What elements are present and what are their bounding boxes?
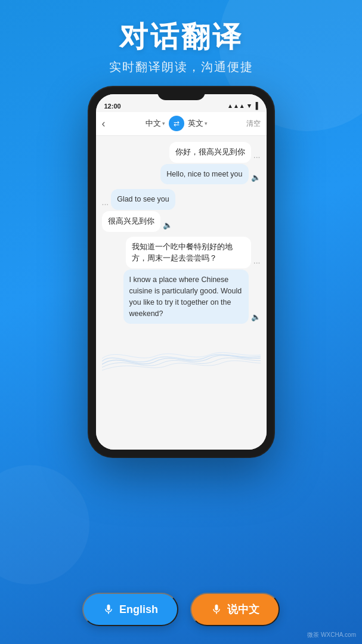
signal-icon: ▲▲▲	[227, 103, 245, 109]
language-selector: 中文 ▾ ⇄ 英文 ▾	[110, 116, 243, 131]
nav-bar: ‹ 中文 ▾ ⇄ 英文 ▾ 清空	[96, 112, 267, 136]
swap-button[interactable]: ⇄	[169, 116, 184, 131]
english-button-label: English	[119, 603, 158, 616]
msg2-translation-text: 很高兴见到你	[108, 217, 154, 225]
clear-button[interactable]: 清空	[246, 119, 261, 129]
msg3-speaker-icon[interactable]: 🔈	[251, 312, 261, 321]
msg3-original-bubble: 我知道一个吃中餐特别好的地方，周末一起去尝尝吗？	[126, 237, 251, 269]
phone-wrapper: 12:00 ▲▲▲ ▾ ▐ ‹ 中文 ▾ ⇄	[0, 87, 362, 457]
battery-icon: ▐	[253, 102, 258, 109]
msg2-translation-row: 很高兴见到你 🔈	[102, 211, 172, 232]
chat-area: 你好，很高兴见到你 ··· Hello, nice to meet you 🔈	[96, 136, 267, 450]
msg1-translation-row: Hello, nice to meet you 🔈	[160, 164, 260, 185]
phone-mockup: 12:00 ▲▲▲ ▾ ▐ ‹ 中文 ▾ ⇄	[89, 87, 274, 457]
phone-screen: 12:00 ▲▲▲ ▾ ▐ ‹ 中文 ▾ ⇄	[96, 94, 267, 450]
msg1-original-row: 你好，很高兴见到你 ···	[169, 142, 261, 163]
lang-from-arrow: ▾	[162, 120, 165, 126]
msg2-original-bubble: Glad to see you	[111, 189, 175, 210]
message-group-1: 你好，很高兴见到你 ··· Hello, nice to meet you 🔈	[102, 142, 261, 185]
chinese-mic-icon	[211, 603, 222, 615]
msg2-dots-menu[interactable]: ···	[102, 199, 109, 209]
status-icons: ▲▲▲ ▾ ▐	[227, 102, 258, 110]
msg1-translation-bubble: Hello, nice to meet you	[160, 164, 248, 185]
msg3-original-text: 我知道一个吃中餐特别好的地方，周末一起去尝尝吗？	[132, 243, 233, 262]
bottom-buttons: English 说中文	[0, 593, 362, 626]
lang-to-label: 英文	[188, 118, 203, 129]
lang-from-item[interactable]: 中文 ▾	[146, 118, 165, 129]
chinese-button-label: 说中文	[227, 602, 259, 617]
status-time: 12:00	[104, 103, 121, 110]
msg2-original-text: Glad to see you	[117, 195, 169, 203]
message-group-2: ··· Glad to see you 很高兴见到你 🔈	[102, 189, 261, 232]
english-voice-button[interactable]: English	[82, 593, 178, 626]
main-title: 对话翻译	[0, 21, 362, 53]
msg1-dots-menu[interactable]: ···	[253, 152, 261, 162]
wifi-icon: ▾	[247, 102, 251, 110]
back-button[interactable]: ‹	[102, 117, 106, 130]
message-group-3: 我知道一个吃中餐特别好的地方，周末一起去尝尝吗？ ··· I know a pl…	[102, 237, 261, 324]
watermark-text: 微茶 WXCHA.com	[307, 631, 356, 639]
msg3-translation-row: I know a place where Chinese cuisine is …	[123, 270, 261, 324]
msg1-translation-text: Hello, nice to meet you	[166, 170, 242, 178]
msg2-translation-bubble: 很高兴见到你	[102, 211, 160, 232]
msg1-speaker-icon[interactable]: 🔈	[251, 173, 261, 182]
lang-to-item[interactable]: 英文 ▾	[188, 118, 208, 129]
msg3-dots-menu[interactable]: ···	[253, 258, 261, 267]
watermark: 微茶 WXCHA.com	[307, 631, 356, 639]
sub-title: 实时翻译朗读，沟通便捷	[0, 59, 362, 75]
english-mic-icon	[103, 603, 115, 615]
msg3-translation-text: I know a place where Chinese cuisine is …	[129, 275, 242, 317]
msg3-translation-bubble: I know a place where Chinese cuisine is …	[123, 270, 249, 324]
lang-from-label: 中文	[146, 118, 161, 129]
swap-icon: ⇄	[174, 119, 180, 128]
msg1-original-text: 你好，很高兴见到你	[175, 148, 245, 156]
msg3-original-row: 我知道一个吃中餐特别好的地方，周末一起去尝尝吗？ ···	[126, 237, 261, 269]
chinese-voice-button[interactable]: 说中文	[190, 593, 280, 626]
lang-to-arrow: ▾	[205, 120, 208, 126]
msg2-original-row: ··· Glad to see you	[102, 189, 175, 210]
phone-notch	[157, 87, 205, 100]
header-section: 对话翻译 实时翻译朗读，沟通便捷	[0, 0, 362, 87]
msg2-speaker-icon[interactable]: 🔈	[163, 221, 172, 230]
wave-decoration	[102, 329, 261, 376]
msg1-original-bubble: 你好，很高兴见到你	[169, 142, 251, 163]
